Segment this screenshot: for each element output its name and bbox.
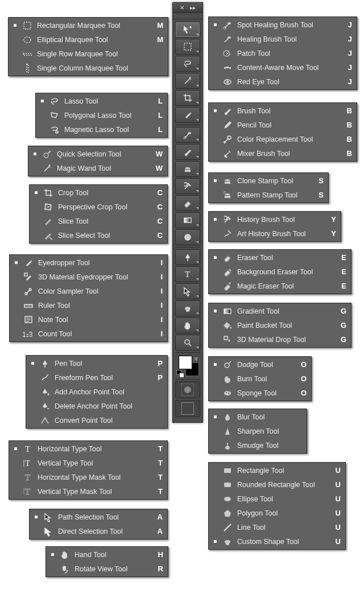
tool-option-vtype-mask[interactable]: TVertical Type Mask ToolT — [10, 484, 166, 498]
tool-marquee[interactable] — [175, 39, 200, 55]
tool-option-quick-sel[interactable]: Quick Selection ToolW — [30, 147, 166, 161]
tool-option-line[interactable]: Line ToolU — [210, 520, 344, 534]
tool-option-slice-sel[interactable]: Slice Select ToolC — [31, 228, 166, 242]
tool-option-bucket[interactable]: Paint Bucket ToolG — [210, 318, 350, 332]
tool-option-brush[interactable]: Brush ToolB — [210, 104, 355, 118]
tool-option-sharpen[interactable]: Sharpen Tool — [210, 424, 305, 438]
tool-option-row-marquee[interactable]: Single Row Marquee Tool — [10, 47, 167, 61]
tool-option-content-aware[interactable]: Content-Aware Move ToolJ — [210, 60, 355, 75]
tool-option-wand[interactable]: Magic Wand ToolW — [30, 161, 166, 175]
shortcut-key: I — [155, 258, 163, 267]
tool-option-pencil[interactable]: Pencil ToolB — [210, 118, 355, 132]
tool-option-eraser[interactable]: Eraser ToolE — [210, 250, 350, 265]
tool-option-htype-mask[interactable]: THorizontal Type Mask ToolT — [10, 470, 166, 484]
tool-option-red-eye[interactable]: Red Eye ToolJ — [210, 75, 355, 89]
tool-option-pattern-stamp[interactable]: Pattern Stamp ToolS — [210, 188, 327, 202]
custom-shape-icon — [221, 536, 234, 547]
tool-option-rotate-view[interactable]: Rotate View ToolR — [47, 562, 167, 576]
tool-option-mat-drop[interactable]: 3D Material Drop ToolG — [210, 332, 350, 347]
expand-icon[interactable]: ▸▸ — [190, 5, 196, 11]
panel-grip[interactable] — [173, 13, 202, 19]
panel-header[interactable]: ✕ ▸▸ — [173, 3, 202, 13]
tool-option-add-anchor[interactable]: Add Anchor Point Tool — [27, 385, 166, 399]
tool-option-magic-eraser[interactable]: Magic Eraser ToolE — [210, 279, 350, 293]
tool-option-crop[interactable]: Crop ToolC — [31, 186, 166, 200]
tool-option-path-sel[interactable]: Path Selection ToolA — [31, 510, 166, 524]
tool-option-rect-marquee[interactable]: Rectangular Marquee ToolM — [10, 18, 167, 32]
tool-label: History Brush Tool — [237, 216, 325, 224]
tool-option-lasso[interactable]: Lasso ToolL — [37, 94, 166, 108]
tool-option-poly-lasso[interactable]: Polygonal Lasso ToolL — [37, 108, 166, 122]
tool-option-smudge[interactable]: Smudge Tool — [210, 438, 305, 452]
screen-mode-button[interactable] — [175, 400, 200, 417]
tool-option-ellipse-marquee[interactable]: Elliptical Marquee ToolM — [10, 32, 167, 47]
color-swatches[interactable]: ⤭ — [175, 355, 200, 377]
tool-option-color-replace[interactable]: Color Replacement ToolB — [210, 132, 355, 146]
tool-option-history-brush[interactable]: History Brush ToolY — [210, 212, 340, 226]
tool-hand[interactable] — [175, 318, 200, 333]
default-colors-icon[interactable] — [176, 370, 183, 377]
tool-option-col-marquee[interactable]: Single Column Marquee Tool — [10, 61, 167, 75]
tool-crop[interactable] — [175, 90, 200, 106]
tool-dim[interactable] — [175, 229, 200, 245]
tool-option-polygon[interactable]: Polygon ToolU — [210, 506, 344, 520]
tool-lasso[interactable] — [175, 56, 200, 72]
tool-option-bg-eraser[interactable]: Background Eraser ToolE — [210, 265, 350, 279]
tool-move[interactable] — [175, 22, 200, 38]
tool-option-dodge[interactable]: Dodge ToolO — [210, 357, 310, 372]
tool-eyedropper[interactable] — [175, 107, 200, 123]
tool-option-rect[interactable]: Rectangle ToolU — [210, 463, 344, 477]
tool-history-brush[interactable] — [175, 178, 200, 194]
tool-brush[interactable] — [175, 144, 200, 160]
swap-colors-icon[interactable]: ⤭ — [193, 356, 198, 362]
tool-option-art-history[interactable]: Art History Brush ToolY — [210, 226, 340, 241]
tool-option-persp-crop[interactable]: Perspective Crop ToolC — [31, 200, 166, 214]
tool-option-custom-shape[interactable]: Custom Shape ToolU — [210, 534, 344, 549]
tool-eraser[interactable] — [175, 195, 200, 211]
tool-option-sponge[interactable]: Sponge ToolO — [210, 386, 310, 400]
tool-option-htype[interactable]: THorizontal Type ToolT — [10, 442, 166, 456]
tool-option-clone-stamp[interactable]: Clone Stamp ToolS — [210, 174, 327, 188]
tool-pen[interactable] — [175, 249, 200, 265]
tool-option-eyedropper[interactable]: Eyedropper ToolI — [11, 256, 166, 270]
tool-option-gradient[interactable]: Gradient ToolG — [210, 304, 350, 318]
tool-option-color-sampler[interactable]: Color Sampler ToolI — [11, 284, 166, 298]
tool-zoom[interactable] — [175, 335, 200, 351]
tool-option-blur[interactable]: Blur Tool — [210, 410, 305, 424]
tool-option-direct-sel[interactable]: Direct Selection ToolA — [31, 524, 166, 538]
tool-option-convert[interactable]: Convert Point Tool — [27, 413, 166, 427]
quick-mask-button[interactable] — [175, 381, 200, 398]
tool-option-heal[interactable]: Healing Brush ToolJ — [210, 32, 355, 46]
tool-type[interactable]: T — [175, 266, 200, 282]
tool-stamp[interactable] — [175, 161, 200, 177]
tool-option-round-rect[interactable]: Rounded Rectangle ToolU — [210, 477, 344, 492]
tool-option-mag-lasso[interactable]: Magnetic Lasso ToolL — [37, 122, 166, 137]
tool-option-count[interactable]: 1₂3Count ToolI — [11, 327, 166, 341]
tool-wand[interactable] — [175, 73, 200, 89]
tool-option-ellipse[interactable]: Ellipse ToolU — [210, 492, 344, 506]
clone-stamp-icon — [221, 175, 234, 187]
tool-option-slice[interactable]: Slice ToolC — [31, 214, 166, 228]
tool-option-del-anchor[interactable]: Delete Anchor Point Tool — [27, 399, 166, 413]
tool-label: Freeform Pen Tool — [55, 374, 151, 382]
tool-shape[interactable] — [175, 300, 200, 316]
tool-option-patch[interactable]: Patch ToolJ — [210, 46, 355, 60]
tool-gradient[interactable] — [175, 212, 200, 228]
tool-option-ruler[interactable]: Ruler ToolI — [11, 298, 166, 312]
tool-option-pen[interactable]: Pen ToolP — [27, 356, 166, 370]
shortcut-key: S — [316, 191, 324, 199]
tool-option-note[interactable]: Note ToolI — [11, 312, 166, 327]
tool-option-mixer[interactable]: Mixer Brush ToolB — [210, 146, 355, 160]
tool-option-burn[interactable]: Burn ToolO — [210, 372, 310, 386]
close-icon[interactable]: ✕ — [180, 5, 184, 11]
tool-spot-heal[interactable] — [175, 127, 200, 143]
tool-option-vtype[interactable]: TVertical Type ToolT — [10, 456, 166, 470]
foreground-color[interactable] — [179, 356, 192, 369]
tool-option-free-pen[interactable]: Freeform Pen ToolP — [27, 370, 166, 385]
mat-drop-icon — [221, 334, 234, 345]
tool-option-mat-eye[interactable]: 3D Material Eyedropper ToolI — [11, 270, 166, 284]
tool-label: Eraser Tool — [237, 254, 335, 262]
tool-option-spot-heal[interactable]: Spot Healing Brush ToolJ — [210, 18, 355, 32]
tool-path-sel[interactable] — [175, 283, 200, 299]
tool-option-hand[interactable]: Hand ToolH — [47, 547, 167, 562]
